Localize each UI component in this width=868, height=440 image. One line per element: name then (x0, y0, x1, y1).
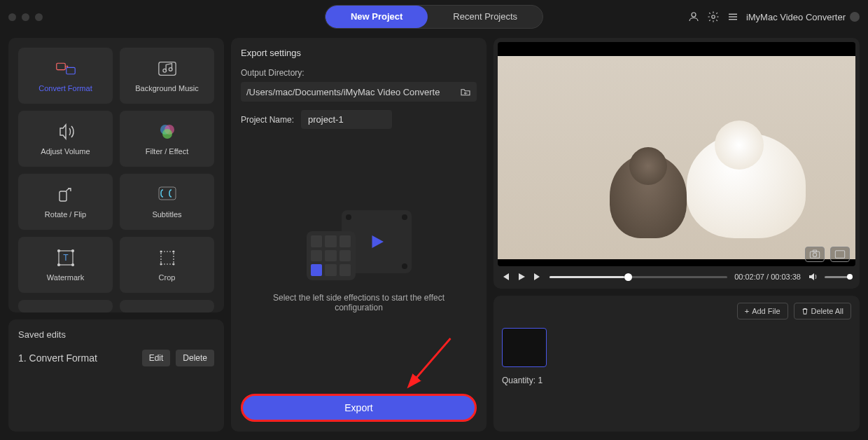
tool-hidden-2[interactable] (120, 300, 214, 312)
tool-rotate-flip[interactable]: Rotate / Flip (18, 174, 113, 230)
delete-button[interactable]: Delete (176, 350, 214, 366)
snapshot-icon[interactable] (805, 247, 825, 262)
saved-edits-panel: Saved edits 1. Convert Format Edit Delet… (8, 319, 224, 432)
volume-icon[interactable] (808, 272, 818, 282)
quantity-label: Quantity: 1 (502, 376, 851, 385)
video-preview[interactable] (498, 42, 855, 266)
export-hint-text: Select the left side effections to start… (255, 293, 463, 312)
tool-label: Adjust Volume (41, 147, 90, 156)
minimize-window-icon[interactable] (22, 13, 29, 21)
tool-convert-format[interactable]: Convert Format (18, 48, 113, 104)
tool-subtitles[interactable]: Subtitles (120, 174, 214, 230)
saved-edits-title: Saved edits (18, 329, 214, 340)
settings-icon[interactable] (707, 11, 720, 23)
svg-text:T: T (63, 253, 69, 263)
title-bar: New Project Recent Projects iMyMac Video… (0, 0, 868, 34)
tool-hidden-1[interactable] (18, 300, 113, 312)
tool-label: Filter / Effect (146, 147, 189, 156)
svg-point-19 (57, 264, 59, 266)
output-directory-value: /Users/mac/Documents/iMyMac Video Conver… (246, 87, 456, 97)
edit-button[interactable]: Edit (142, 350, 171, 366)
crop-icon (158, 248, 177, 268)
preview-content (610, 154, 687, 238)
svg-point-12 (162, 129, 172, 139)
tab-recent-projects[interactable]: Recent Projects (428, 6, 542, 28)
svg-point-0 (692, 13, 696, 17)
tool-label: Subtitles (152, 210, 181, 219)
svg-point-25 (172, 263, 174, 266)
browse-folder-icon[interactable] (460, 86, 471, 97)
svg-rect-6 (66, 67, 74, 74)
svg-point-22 (160, 251, 162, 253)
svg-rect-21 (161, 252, 174, 264)
tool-watermark[interactable]: T Watermark (18, 237, 113, 293)
svg-rect-30 (835, 251, 844, 259)
tool-label: Convert Format (38, 84, 92, 92)
subtitles-icon (158, 185, 177, 205)
effect-illustration (307, 210, 412, 280)
adjust-volume-icon (56, 122, 76, 142)
tools-grid: Convert Format Background Music Adjust V… (8, 38, 224, 312)
video-preview-panel: 00:02:07 / 00:03:38 (493, 38, 860, 289)
export-button[interactable]: Export (241, 394, 477, 422)
svg-point-28 (813, 253, 816, 256)
project-name-label: Project Name: (241, 115, 294, 125)
svg-point-20 (71, 264, 74, 266)
svg-rect-29 (813, 250, 816, 252)
add-file-button[interactable]: +Add File (737, 303, 788, 319)
queue-thumbnail[interactable] (502, 328, 547, 367)
play-button-icon[interactable] (517, 273, 526, 281)
fullscreen-icon[interactable] (830, 247, 850, 262)
file-queue-panel: +Add File Delete All Quantity: 1 (493, 296, 860, 432)
svg-point-18 (71, 250, 74, 252)
window-controls (8, 13, 43, 21)
time-display: 00:02:07 / 00:03:38 (734, 273, 801, 281)
volume-slider[interactable] (825, 276, 853, 278)
preview-content (687, 133, 806, 238)
svg-rect-27 (810, 252, 819, 258)
rotate-flip-icon (56, 185, 76, 205)
project-name-input[interactable] (301, 110, 392, 129)
tool-filter-effect[interactable]: Filter / Effect (120, 111, 214, 167)
seek-bar[interactable] (550, 276, 727, 278)
tool-background-music[interactable]: Background Music (120, 48, 214, 104)
export-settings-title: Export settings (241, 48, 477, 58)
account-icon[interactable] (687, 11, 700, 23)
background-music-icon (158, 59, 177, 78)
svg-point-17 (57, 250, 59, 252)
tab-new-project[interactable]: New Project (326, 6, 428, 28)
menu-icon[interactable] (727, 11, 739, 23)
next-button-icon[interactable] (533, 272, 542, 282)
watermark-icon: T (56, 248, 76, 268)
svg-rect-13 (59, 191, 66, 201)
tool-label: Rotate / Flip (45, 210, 86, 219)
svg-point-23 (172, 251, 174, 253)
prev-button-icon[interactable] (500, 272, 510, 282)
tool-crop[interactable]: Crop (120, 237, 214, 293)
tool-label: Background Music (135, 84, 199, 92)
tool-label: Crop (159, 273, 176, 282)
tool-label: Watermark (47, 273, 84, 282)
project-tab-switch: New Project Recent Projects (325, 5, 543, 29)
app-logo-icon (850, 12, 860, 22)
maximize-window-icon[interactable] (35, 13, 43, 21)
output-directory-label: Output Directory: (241, 68, 477, 78)
tool-adjust-volume[interactable]: Adjust Volume (18, 111, 113, 167)
convert-format-icon (56, 59, 76, 78)
close-window-icon[interactable] (8, 13, 16, 21)
svg-point-24 (160, 263, 162, 266)
filter-effect-icon (158, 122, 177, 142)
app-title: iMyMac Video Converter (746, 12, 860, 22)
saved-edit-label: 1. Convert Format (18, 352, 136, 364)
export-settings-panel: Export settings Output Directory: /Users… (231, 38, 486, 432)
saved-edit-item: 1. Convert Format Edit Delete (18, 350, 214, 366)
delete-all-button[interactable]: Delete All (794, 303, 851, 319)
playback-controls: 00:02:07 / 00:03:38 (498, 266, 855, 287)
output-directory-field[interactable]: /Users/mac/Documents/iMyMac Video Conver… (241, 82, 477, 102)
svg-point-1 (712, 15, 715, 19)
svg-rect-5 (56, 63, 64, 69)
